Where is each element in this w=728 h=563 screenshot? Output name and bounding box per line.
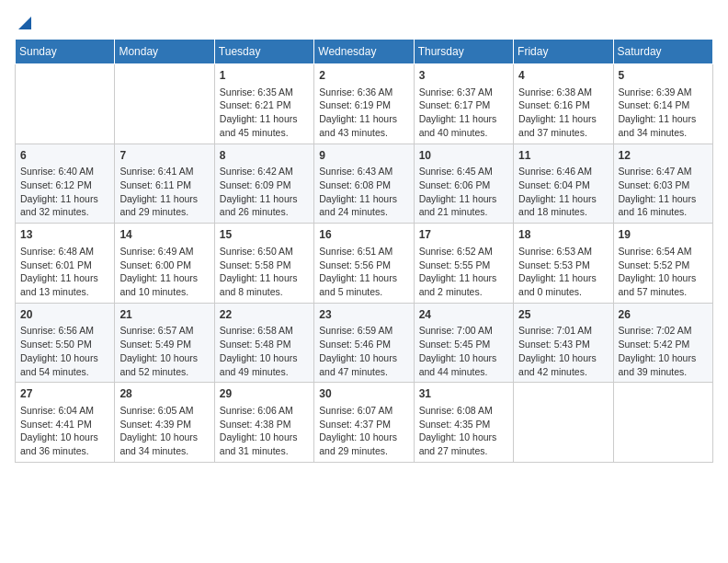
weekday-header-sunday: Sunday [16, 40, 115, 64]
day-number: 7 [119, 148, 209, 164]
day-number: 1 [220, 68, 309, 84]
day-number: 23 [319, 307, 408, 323]
sunset-text: Sunset: 5:55 PM [419, 259, 508, 272]
sunrise-text: Sunrise: 6:37 AM [419, 86, 508, 99]
day-number: 15 [220, 227, 309, 243]
day-cell: 30Sunrise: 6:07 AMSunset: 4:37 PMDayligh… [314, 383, 414, 463]
sunrise-text: Sunrise: 6:36 AM [319, 86, 408, 99]
day-number: 16 [319, 227, 408, 243]
sunset-text: Sunset: 6:00 PM [119, 259, 209, 272]
day-cell: 12Sunrise: 6:47 AMSunset: 6:03 PMDayligh… [613, 144, 712, 224]
day-cell: 5Sunrise: 6:39 AMSunset: 6:14 PMDaylight… [613, 64, 712, 144]
daylight-text: Daylight: 10 hours and 44 minutes. [419, 351, 508, 378]
day-number: 20 [20, 307, 109, 323]
sunrise-text: Sunrise: 6:38 AM [518, 86, 608, 99]
sunset-text: Sunset: 6:04 PM [518, 178, 608, 192]
daylight-text: Daylight: 11 hours and 40 minutes. [419, 112, 508, 139]
daylight-text: Daylight: 11 hours and 43 minutes. [319, 112, 408, 139]
daylight-text: Daylight: 11 hours and 10 minutes. [119, 271, 209, 298]
day-number: 26 [619, 307, 708, 323]
sunset-text: Sunset: 5:46 PM [319, 338, 408, 351]
day-number: 14 [119, 227, 209, 243]
daylight-text: Daylight: 10 hours and 57 minutes. [619, 271, 708, 298]
daylight-text: Daylight: 10 hours and 27 minutes. [419, 431, 508, 457]
page-header [15, 15, 713, 31]
sunset-text: Sunset: 5:56 PM [319, 259, 408, 272]
sunrise-text: Sunrise: 6:53 AM [518, 245, 608, 259]
day-cell: 7Sunrise: 6:41 AMSunset: 6:11 PMDaylight… [115, 144, 214, 224]
day-cell: 24Sunrise: 7:00 AMSunset: 5:45 PMDayligh… [414, 303, 513, 383]
day-number: 9 [319, 148, 408, 164]
sunrise-text: Sunrise: 6:43 AM [319, 165, 408, 178]
daylight-text: Daylight: 10 hours and 29 minutes. [319, 431, 408, 457]
sunrise-text: Sunrise: 7:02 AM [619, 324, 708, 338]
sunset-text: Sunset: 5:52 PM [619, 259, 708, 272]
day-cell: 21Sunrise: 6:57 AMSunset: 5:49 PMDayligh… [115, 303, 214, 383]
day-number: 5 [619, 68, 708, 84]
day-cell: 23Sunrise: 6:59 AMSunset: 5:46 PMDayligh… [314, 303, 414, 383]
sunset-text: Sunset: 4:39 PM [119, 418, 209, 431]
sunrise-text: Sunrise: 6:57 AM [119, 324, 209, 338]
sunset-text: Sunset: 6:14 PM [619, 98, 708, 112]
day-number: 3 [419, 68, 508, 84]
daylight-text: Daylight: 11 hours and 34 minutes. [619, 112, 708, 139]
sunrise-text: Sunrise: 7:01 AM [518, 324, 608, 338]
day-cell: 19Sunrise: 6:54 AMSunset: 5:52 PMDayligh… [613, 224, 712, 304]
sunset-text: Sunset: 6:03 PM [619, 178, 708, 192]
day-cell: 8Sunrise: 6:42 AMSunset: 6:09 PMDaylight… [214, 144, 313, 224]
daylight-text: Daylight: 11 hours and 2 minutes. [419, 271, 508, 298]
sunset-text: Sunset: 4:41 PM [20, 418, 109, 431]
day-number: 27 [20, 386, 109, 402]
day-number: 4 [518, 68, 608, 84]
day-cell: 13Sunrise: 6:48 AMSunset: 6:01 PMDayligh… [16, 224, 115, 304]
sunset-text: Sunset: 5:48 PM [220, 338, 309, 351]
day-cell: 31Sunrise: 6:08 AMSunset: 4:35 PMDayligh… [414, 383, 513, 463]
sunrise-text: Sunrise: 6:40 AM [20, 165, 109, 178]
day-number: 24 [419, 307, 508, 323]
sunrise-text: Sunrise: 6:06 AM [220, 404, 309, 418]
day-cell: 28Sunrise: 6:05 AMSunset: 4:39 PMDayligh… [115, 383, 214, 463]
svg-marker-0 [18, 17, 31, 29]
daylight-text: Daylight: 11 hours and 18 minutes. [518, 192, 608, 219]
day-cell: 17Sunrise: 6:52 AMSunset: 5:55 PMDayligh… [414, 224, 513, 304]
day-cell: 20Sunrise: 6:56 AMSunset: 5:50 PMDayligh… [16, 303, 115, 383]
sunrise-text: Sunrise: 6:05 AM [119, 404, 209, 418]
sunrise-text: Sunrise: 6:59 AM [319, 324, 408, 338]
daylight-text: Daylight: 10 hours and 54 minutes. [20, 351, 109, 378]
day-number: 10 [419, 148, 508, 164]
sunset-text: Sunset: 4:35 PM [419, 418, 508, 431]
day-number: 22 [220, 307, 309, 323]
day-number: 2 [319, 68, 408, 84]
sunset-text: Sunset: 6:06 PM [419, 178, 508, 192]
day-cell: 16Sunrise: 6:51 AMSunset: 5:56 PMDayligh… [314, 224, 414, 304]
sunset-text: Sunset: 5:58 PM [220, 259, 309, 272]
sunset-text: Sunset: 4:37 PM [319, 418, 408, 431]
weekday-header-friday: Friday [514, 40, 613, 64]
sunrise-text: Sunrise: 6:07 AM [319, 404, 408, 418]
calendar-table: SundayMondayTuesdayWednesdayThursdayFrid… [15, 39, 713, 463]
sunset-text: Sunset: 6:16 PM [518, 98, 608, 112]
sunrise-text: Sunrise: 6:47 AM [619, 165, 708, 178]
daylight-text: Daylight: 10 hours and 34 minutes. [119, 431, 209, 457]
sunset-text: Sunset: 5:43 PM [518, 338, 608, 351]
daylight-text: Daylight: 11 hours and 13 minutes. [20, 271, 109, 298]
day-number: 28 [119, 386, 209, 402]
daylight-text: Daylight: 10 hours and 39 minutes. [619, 351, 708, 378]
day-cell: 26Sunrise: 7:02 AMSunset: 5:42 PMDayligh… [613, 303, 712, 383]
day-cell: 14Sunrise: 6:49 AMSunset: 6:00 PMDayligh… [115, 224, 214, 304]
daylight-text: Daylight: 11 hours and 21 minutes. [419, 192, 508, 219]
week-row-3: 13Sunrise: 6:48 AMSunset: 6:01 PMDayligh… [16, 224, 713, 304]
day-number: 8 [220, 148, 309, 164]
daylight-text: Daylight: 10 hours and 52 minutes. [119, 351, 209, 378]
day-cell: 2Sunrise: 6:36 AMSunset: 6:19 PMDaylight… [314, 64, 414, 144]
week-row-5: 27Sunrise: 6:04 AMSunset: 4:41 PMDayligh… [16, 383, 713, 463]
daylight-text: Daylight: 11 hours and 5 minutes. [319, 271, 408, 298]
weekday-header-saturday: Saturday [613, 40, 712, 64]
sunset-text: Sunset: 6:19 PM [319, 98, 408, 112]
daylight-text: Daylight: 11 hours and 0 minutes. [518, 271, 608, 298]
daylight-text: Daylight: 11 hours and 8 minutes. [220, 271, 309, 298]
sunrise-text: Sunrise: 6:58 AM [220, 324, 309, 338]
daylight-text: Daylight: 11 hours and 16 minutes. [619, 192, 708, 219]
sunrise-text: Sunrise: 6:52 AM [419, 245, 508, 259]
day-cell: 22Sunrise: 6:58 AMSunset: 5:48 PMDayligh… [214, 303, 313, 383]
